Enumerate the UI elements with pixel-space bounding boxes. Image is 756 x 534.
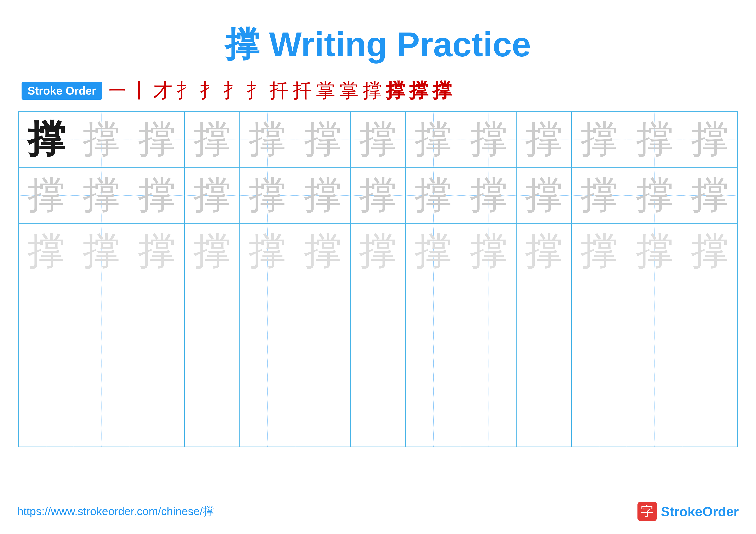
grid-cell[interactable]: 撑 xyxy=(461,112,516,167)
grid-cell[interactable]: 撑 xyxy=(682,223,738,279)
grid-cell[interactable] xyxy=(240,335,295,391)
grid-cell[interactable]: 撑 xyxy=(627,223,682,279)
grid-cell[interactable]: 撑 xyxy=(682,167,738,223)
grid-cell[interactable] xyxy=(350,391,406,447)
practice-char: 撑 xyxy=(415,176,452,214)
practice-char: 撑 xyxy=(691,121,729,158)
stroke-12: 撑 xyxy=(363,81,382,100)
grid-cell[interactable]: 撑 xyxy=(129,167,184,223)
grid-cell[interactable] xyxy=(572,335,627,391)
grid-cell[interactable]: 撑 xyxy=(18,167,74,223)
grid-cell[interactable]: 撑 xyxy=(627,167,682,223)
practice-char: 撑 xyxy=(193,176,231,214)
practice-char: 撑 xyxy=(249,176,286,214)
grid-cell[interactable]: 撑 xyxy=(129,223,184,279)
grid-cell[interactable] xyxy=(350,279,406,335)
grid-cell[interactable] xyxy=(129,391,184,447)
practice-char: 撑 xyxy=(691,176,729,214)
grid-cell[interactable] xyxy=(461,279,516,335)
grid-cell[interactable]: 撑 xyxy=(18,223,74,279)
grid-cell[interactable] xyxy=(18,391,74,447)
grid-cell[interactable]: 撑 xyxy=(184,167,240,223)
grid-cell[interactable] xyxy=(240,279,295,335)
grid-cell[interactable]: 撑 xyxy=(295,112,350,167)
grid-cell[interactable] xyxy=(74,279,129,335)
grid-cell[interactable] xyxy=(240,391,295,447)
practice-char: 撑 xyxy=(359,176,397,214)
grid-cell[interactable] xyxy=(295,391,350,447)
grid-cell[interactable] xyxy=(350,335,406,391)
grid-cell[interactable]: 撑 xyxy=(572,112,627,167)
grid-cell[interactable] xyxy=(74,391,129,447)
grid-cell[interactable] xyxy=(682,279,738,335)
grid-cell[interactable] xyxy=(184,279,240,335)
grid-cell[interactable]: 撑 xyxy=(74,223,129,279)
grid-cell[interactable] xyxy=(18,279,74,335)
grid-cell[interactable] xyxy=(627,391,682,447)
practice-char: 撑 xyxy=(580,176,618,214)
page-title: 撑 Writing Practice xyxy=(17,21,739,68)
grid-cell[interactable]: 撑 xyxy=(516,167,572,223)
grid-cell[interactable]: 撑 xyxy=(516,223,572,279)
grid-cell[interactable] xyxy=(406,391,461,447)
footer: https://www.strokeorder.com/chinese/撑 字 … xyxy=(17,502,739,521)
grid-cell[interactable]: 撑 xyxy=(572,223,627,279)
grid-cell[interactable]: 撑 xyxy=(350,112,406,167)
grid-cell[interactable]: 撑 xyxy=(627,112,682,167)
practice-char: 撑 xyxy=(249,121,286,158)
grid-cell[interactable] xyxy=(406,335,461,391)
grid-cell[interactable]: 撑 xyxy=(682,112,738,167)
grid-cell[interactable]: 撑 xyxy=(406,223,461,279)
grid-cell[interactable] xyxy=(461,335,516,391)
grid-cell[interactable]: 撑 xyxy=(461,167,516,223)
grid-cell[interactable] xyxy=(184,335,240,391)
practice-char: 撑 xyxy=(304,121,341,158)
grid-cell[interactable]: 撑 xyxy=(240,167,295,223)
grid-cell[interactable]: 撑 xyxy=(295,223,350,279)
grid-cell[interactable]: 撑 xyxy=(74,112,129,167)
grid-cell[interactable] xyxy=(572,391,627,447)
grid-cell[interactable] xyxy=(74,335,129,391)
grid-cell[interactable]: 撑 xyxy=(129,112,184,167)
stroke-11: 掌 xyxy=(339,81,359,100)
grid-cell[interactable] xyxy=(461,391,516,447)
grid-cell[interactable]: 撑 xyxy=(74,167,129,223)
grid-cell[interactable]: 撑 xyxy=(240,223,295,279)
grid-cell[interactable]: 撑 xyxy=(516,112,572,167)
grid-cell[interactable]: 撑 xyxy=(406,167,461,223)
grid-cell[interactable]: 撑 xyxy=(240,112,295,167)
grid-cell[interactable]: 撑 xyxy=(406,112,461,167)
grid-cell[interactable] xyxy=(129,279,184,335)
grid-cell[interactable]: 撑 xyxy=(350,223,406,279)
practice-char: 撑 xyxy=(636,232,673,270)
grid-cell[interactable] xyxy=(682,391,738,447)
stroke-6: 扌 xyxy=(223,81,242,100)
grid-cell[interactable] xyxy=(295,335,350,391)
grid-cell[interactable] xyxy=(516,279,572,335)
grid-cell[interactable]: 撑 xyxy=(295,167,350,223)
logo-text: StrokeOrder xyxy=(661,504,739,519)
practice-char: 撑 xyxy=(525,232,563,270)
practice-char: 撑 xyxy=(691,232,729,270)
grid-cell[interactable]: 撑 xyxy=(350,167,406,223)
grid-cell[interactable]: 撑 xyxy=(18,112,74,167)
grid-cell[interactable]: 撑 xyxy=(572,167,627,223)
grid-cell[interactable]: 撑 xyxy=(461,223,516,279)
grid-cell[interactable] xyxy=(572,279,627,335)
stroke-9: 扦 xyxy=(293,81,312,100)
grid-cell[interactable] xyxy=(295,279,350,335)
grid-cell[interactable] xyxy=(129,335,184,391)
practice-char: 撑 xyxy=(580,232,618,270)
grid-cell[interactable]: 撑 xyxy=(184,223,240,279)
grid-cell[interactable] xyxy=(627,335,682,391)
practice-char: 撑 xyxy=(415,232,452,270)
grid-cell[interactable]: 撑 xyxy=(184,112,240,167)
grid-cell[interactable] xyxy=(627,279,682,335)
grid-cell[interactable] xyxy=(18,335,74,391)
grid-cell[interactable] xyxy=(516,391,572,447)
grid-cell[interactable] xyxy=(406,279,461,335)
practice-char: 撑 xyxy=(83,232,120,270)
grid-cell[interactable] xyxy=(184,391,240,447)
grid-cell[interactable] xyxy=(516,335,572,391)
grid-cell[interactable] xyxy=(682,335,738,391)
